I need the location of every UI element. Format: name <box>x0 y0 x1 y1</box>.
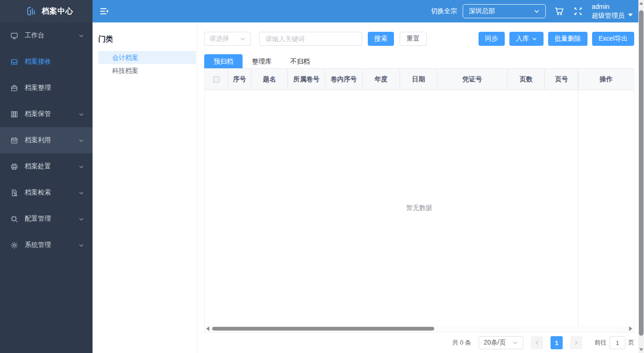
sidebar-item-label: 档案保管 <box>25 110 79 118</box>
horizontal-scrollbar[interactable] <box>205 325 634 332</box>
sidebar-item-label: 档案接收 <box>25 58 84 66</box>
keyword-input[interactable] <box>259 32 362 46</box>
printer-icon <box>10 163 18 171</box>
topbar: 切换全宗 深圳总部 admin 超级管理员 <box>93 0 644 22</box>
scroll-right-arrow-icon[interactable] <box>629 326 632 331</box>
vertical-scrollbar-thumb[interactable] <box>639 10 644 336</box>
field-select-placeholder: 请选择 <box>209 35 229 43</box>
table-header-checkbox-cell <box>205 69 228 90</box>
tab-organize-library[interactable]: 整理库 <box>243 54 281 68</box>
chevron-down-icon <box>79 190 84 195</box>
empty-state-text: 暂无数据 <box>406 204 432 212</box>
fonds-select[interactable]: 深圳总部 <box>463 4 546 18</box>
sidebar-item-archive-search[interactable]: 档案检索 <box>0 180 93 206</box>
records-table: 序号 题名 所属卷号 卷内序号 年度 日期 凭证号 页数 页号 操作 暂无数据 <box>204 69 634 332</box>
next-page-button[interactable] <box>570 336 582 349</box>
batch-delete-button[interactable]: 批量删除 <box>548 32 587 46</box>
archive-logo-icon <box>26 6 36 16</box>
fullscreen-button[interactable] <box>573 6 583 16</box>
chevron-left-icon <box>534 340 540 346</box>
prev-page-button[interactable] <box>531 336 543 349</box>
settings-search-icon <box>10 215 18 223</box>
pagination-bar: 共 0 条 20条/页 1 前往 页 <box>204 332 634 353</box>
sidebar-item-config-manage[interactable]: 配置管理 <box>0 206 93 232</box>
archive-tabs: 预归档 整理库 不归档 <box>204 54 634 69</box>
field-select[interactable]: 请选择 <box>204 32 251 46</box>
topbar-right-group: 切换全宗 深圳总部 admin 超级管理员 <box>431 2 633 20</box>
tab-pre-archive[interactable]: 预归档 <box>204 54 243 68</box>
table-body: 暂无数据 <box>205 90 634 325</box>
gear-icon <box>10 241 18 249</box>
sidebar-item-archive-organize[interactable]: 档案整理 <box>0 75 93 101</box>
chevron-down-icon <box>79 164 84 169</box>
vertical-scrollbar[interactable] <box>638 0 644 353</box>
username: admin <box>592 2 624 11</box>
sidebar-item-label: 档案整理 <box>25 84 84 92</box>
goto-page-input[interactable] <box>609 336 625 349</box>
cart-button[interactable] <box>554 6 565 16</box>
tab-not-archived[interactable]: 不归档 <box>281 54 319 68</box>
column-header-in-volume-seq: 卷内序号 <box>325 69 363 90</box>
app-logo: 档案中心 <box>0 0 93 22</box>
content-area: 门类 会计档案 科技档案 请选择 搜索 重置 同步 <box>93 22 644 353</box>
sidebar-item-archive-keep[interactable]: 档案保管 <box>0 101 93 127</box>
briefcase-icon <box>10 84 18 92</box>
page-unit-label: 页 <box>628 339 634 347</box>
sidebar-item-label: 档案利用 <box>25 136 79 144</box>
inbound-dropdown-button[interactable]: 入库 <box>509 32 544 46</box>
current-page-button[interactable]: 1 <box>551 336 563 349</box>
sidebar-item-label: 配置管理 <box>25 215 79 223</box>
fixed-column-divider <box>578 90 578 325</box>
pagination-total: 共 0 条 <box>452 339 471 347</box>
horizontal-scrollbar-thumb[interactable] <box>212 327 434 331</box>
inbox-icon <box>10 58 18 66</box>
sidebar: 档案中心 工作台 档案接收 档案整理 档案保管 <box>0 0 93 353</box>
page-size-value: 20条/页 <box>484 339 506 347</box>
column-header-voucher-no: 凭证号 <box>437 69 508 90</box>
search-button[interactable]: 搜索 <box>368 32 394 46</box>
user-menu[interactable]: admin 超级管理员 <box>592 2 633 20</box>
sidebar-item-workbench[interactable]: 工作台 <box>0 22 93 49</box>
chevron-down-icon <box>512 340 518 346</box>
category-item-technology[interactable]: 科技档案 <box>98 64 196 77</box>
category-item-accounting[interactable]: 会计档案 <box>98 51 196 64</box>
sync-button[interactable]: 同步 <box>479 32 505 46</box>
page-size-select[interactable]: 20条/页 <box>479 336 523 349</box>
column-header-title: 题名 <box>251 69 288 90</box>
switch-fonds-label: 切换全宗 <box>431 7 457 15</box>
main-column: 切换全宗 深圳总部 admin 超级管理员 <box>93 0 644 353</box>
file-search-icon <box>10 189 18 197</box>
chevron-down-icon <box>79 216 84 222</box>
sidebar-item-archive-receive[interactable]: 档案接收 <box>0 49 93 75</box>
scroll-up-arrow-icon[interactable] <box>639 2 643 5</box>
column-header-seq: 序号 <box>228 69 251 90</box>
column-header-volume-no: 所属卷号 <box>288 69 325 90</box>
app-window: 档案中心 工作台 档案接收 档案整理 档案保管 <box>0 0 644 353</box>
shopping-cart-icon <box>554 6 565 16</box>
sidebar-item-archive-dispose[interactable]: 档案处置 <box>0 153 93 180</box>
sidebar-item-label: 档案检索 <box>25 188 79 197</box>
chevron-down-icon <box>79 111 84 117</box>
archive-shelf-icon <box>10 110 18 118</box>
category-panel-title: 门类 <box>98 35 196 44</box>
scroll-left-arrow-icon[interactable] <box>206 326 209 331</box>
column-header-year: 年度 <box>363 69 400 90</box>
menu-fold-icon <box>99 6 109 16</box>
reset-button[interactable]: 重置 <box>400 32 427 46</box>
user-role: 超级管理员 <box>592 11 624 20</box>
sidebar-item-archive-use[interactable]: 档案利用 <box>0 127 93 153</box>
select-all-checkbox[interactable] <box>213 76 220 83</box>
sidebar-collapse-button[interactable] <box>99 5 111 17</box>
column-header-date: 日期 <box>400 69 437 90</box>
category-panel: 门类 会计档案 科技档案 <box>93 22 197 353</box>
fonds-select-value: 深圳总部 <box>469 7 495 15</box>
chevron-down-icon <box>79 242 84 248</box>
sidebar-item-label: 工作台 <box>25 31 79 40</box>
sidebar-item-system-manage[interactable]: 系统管理 <box>0 232 93 258</box>
sidebar-item-label: 系统管理 <box>25 241 79 249</box>
excel-export-button[interactable]: Excel导出 <box>592 32 634 46</box>
caret-down-icon <box>628 14 633 16</box>
expand-arrows-icon <box>573 6 583 16</box>
scroll-down-arrow-icon[interactable] <box>639 348 643 351</box>
main-panel: 请选择 搜索 重置 同步 入库 批量删除 Excel导出 <box>197 22 644 353</box>
